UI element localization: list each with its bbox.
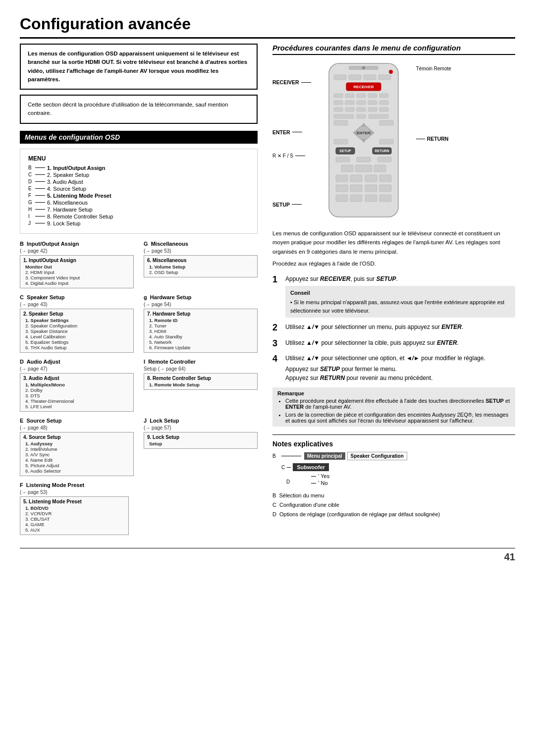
section-C-sub: (→ page 43) [20, 302, 134, 307]
svg-rect-23 [379, 108, 388, 111]
svg-rect-58 [379, 195, 391, 202]
conseil-text: • Si le menu principal n'apparaît pas, a… [290, 298, 510, 315]
step-num-3: 3 [272, 338, 281, 349]
receiver-label: RECEIVER [272, 79, 311, 85]
remote-diagram: RECEIVER ENTER R ✕ F / S SETUP [272, 61, 515, 221]
svg-rect-25 [357, 114, 366, 118]
svg-rect-20 [345, 108, 354, 111]
menu-principal-badge: Menu principal [304, 452, 345, 460]
section-I: I Remote Controller Setup (→ page 64) 8.… [144, 359, 258, 412]
menu-line-J [35, 223, 45, 223]
svg-text:SETUP: SETUP [339, 149, 351, 153]
rxfs-label: R ✕ F / S [272, 153, 311, 159]
svg-rect-19 [334, 108, 343, 111]
menu-line-H [35, 209, 45, 210]
section-I-title: I Remote Controller [144, 359, 258, 365]
step-num-4: 4 [272, 354, 281, 365]
section-g-title: g Hardware Setup [144, 294, 258, 300]
footer: 41 [20, 548, 515, 563]
section-F-sub: (→ page 53) [20, 489, 258, 495]
left-column: Les menus de configuration OSD apparaiss… [20, 44, 258, 540]
return-label: RETURN [416, 136, 451, 142]
menu-label-E: 4. Source Setup [47, 186, 86, 192]
menu-diagram: MENU B 1. Input/Output Assign C 2. Speak… [20, 149, 258, 234]
svg-text:RETURN: RETURN [374, 149, 389, 153]
page-number: 41 [504, 551, 515, 563]
svg-rect-35 [334, 139, 348, 144]
menu-letter-I: I [28, 214, 35, 219]
menu-letter-C: C [28, 172, 35, 177]
svg-rect-43 [377, 157, 391, 162]
svg-rect-11 [357, 94, 366, 98]
page-title: Configuration avancée [20, 15, 515, 39]
section-C-title: C Speaker Setup [20, 294, 134, 300]
svg-rect-6 [378, 75, 391, 80]
svg-rect-53 [365, 185, 377, 192]
svg-rect-21 [357, 108, 366, 111]
section-F-box: 5. Listening Mode Preset 1. BD/DVD 2. VC… [20, 496, 129, 535]
section-G-title: G Miscellaneous [144, 241, 258, 247]
menu-letter-F: F [28, 193, 35, 198]
menu-item-B: B 1. Input/Output Assign [28, 165, 249, 171]
speaker-config-badge: Speaker Configuration [347, 452, 407, 460]
section-G-box: 6. Miscellaneous 1. Volume Setup 2. OSD … [144, 255, 258, 277]
step-1-content: Appuyez sur RECEIVER, puis sur SETUP. Co… [285, 274, 515, 318]
subwoofer-badge: Subwoofer [293, 463, 329, 471]
menu-title: MENU [28, 155, 249, 162]
svg-rect-22 [368, 108, 377, 111]
step-1: 1 Appuyez sur RECEIVER, puis sur SETUP. … [272, 274, 515, 318]
svg-rect-4 [349, 75, 361, 80]
svg-rect-54 [379, 185, 391, 192]
right-section-header: Procédures courantes dans le menu de con… [272, 44, 515, 55]
svg-rect-18 [379, 101, 388, 105]
section-E-title: E Source Setup [20, 418, 134, 424]
menu-item-J: J 9. Lock Setup [28, 220, 249, 226]
no-row: ' No [311, 480, 329, 486]
remarque-item-2: Lors de la correction de pièce et config… [285, 412, 510, 424]
svg-rect-5 [364, 75, 376, 80]
menu-item-H: H 7. Hardware Setup [28, 207, 249, 213]
svg-rect-45 [355, 165, 372, 172]
svg-rect-34 [379, 120, 393, 125]
section-C: C Speaker Setup (→ page 43) 2. Speaker S… [20, 294, 134, 353]
section-G-sub: (→ page 53) [144, 248, 258, 254]
notes-legend: B Sélection du menu C Configuration d'un… [272, 491, 515, 519]
section-B-title: B Input/Output Assign [20, 241, 134, 247]
notes-line-B [281, 456, 301, 456]
svg-rect-49 [365, 175, 377, 182]
menu-line-E [35, 188, 45, 189]
menu-label-B: 1. Input/Output Assign [47, 165, 106, 171]
yes-label: ' Yes [318, 473, 329, 479]
section-B-box: 1. Input/Output Assign Monitor Out 2. HD… [20, 255, 134, 288]
step-2-content: Utilisez ▲/▼ pour sélectionner un menu, … [285, 323, 515, 331]
notes-row-B: B Menu principal Speaker Configuration [272, 452, 515, 460]
menu-item-G: G 6. Miscellaneous [28, 200, 249, 206]
section-F-title: F Listening Mode Preset [20, 482, 258, 488]
svg-rect-46 [374, 165, 386, 172]
svg-rect-41 [336, 157, 350, 162]
menu-label-I: 8. Remote Controller Setup [47, 214, 113, 219]
enter-label: ENTER [272, 129, 311, 135]
section-J-sub: (→ page 57) [144, 425, 258, 431]
svg-rect-12 [368, 94, 377, 98]
section-E-sub: (→ page 48) [20, 425, 134, 431]
step-2: 2 Utilisez ▲/▼ pour sélectionner un menu… [272, 323, 515, 333]
section-D-sub: (→ page 47) [20, 366, 134, 372]
svg-point-59 [389, 70, 393, 74]
svg-rect-48 [350, 175, 362, 182]
menu-letter-G: G [28, 200, 35, 205]
step-3: 3 Utilisez ▲/▼ pour sélectionner la cibl… [272, 338, 515, 349]
step-4: 4 Utilisez ▲/▼ pour sélectionner une opt… [272, 354, 515, 382]
menu-label-D: 3. Audio Adjust [47, 179, 83, 185]
svg-rect-14 [334, 101, 343, 105]
remote-labels-right: Témoin Remote RETURN [416, 61, 451, 221]
svg-rect-55 [336, 195, 348, 202]
notes-diagram: B Menu principal Speaker Configuration C… [272, 452, 515, 519]
menu-line-F [35, 195, 45, 196]
section-C-box: 2. Speaker Setup 1. Speaker Settings 2. … [20, 309, 134, 353]
right-column: Procédures courantes dans le menu de con… [272, 44, 515, 540]
svg-text:RECEIVER: RECEIVER [353, 85, 374, 89]
remote-svg-container: RECEIVER [314, 61, 413, 221]
section-F: F Listening Mode Preset (→ page 53) 5. L… [20, 482, 258, 535]
notes-row-D: D ' Yes ' No [286, 473, 515, 487]
